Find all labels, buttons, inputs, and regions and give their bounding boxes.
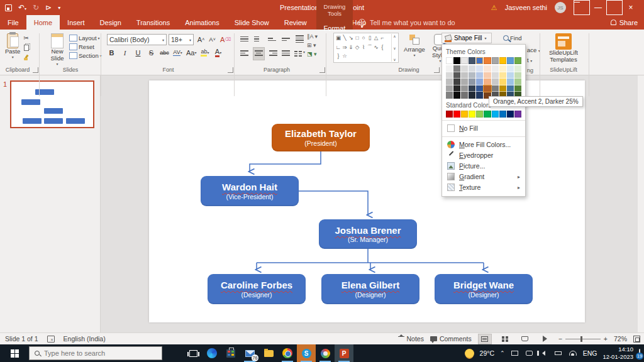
theme-variant-swatch[interactable] bbox=[507, 72, 514, 79]
slide-thumbnail-panel[interactable]: 1 bbox=[0, 75, 101, 332]
store-button[interactable] bbox=[221, 344, 240, 362]
close-icon[interactable]: × bbox=[623, 0, 639, 15]
theme-variant-swatch[interactable] bbox=[476, 79, 483, 85]
desktop-tray-icon[interactable] bbox=[511, 349, 519, 357]
theme-color-swatch[interactable] bbox=[476, 57, 483, 64]
theme-color-swatch[interactable] bbox=[507, 57, 514, 64]
shape-icon[interactable]: ◇ bbox=[354, 43, 360, 53]
theme-color-swatch[interactable] bbox=[446, 57, 453, 64]
theme-color-swatch[interactable] bbox=[492, 57, 499, 64]
taskbar-search[interactable] bbox=[29, 346, 162, 360]
shape-icon[interactable]: ╲ bbox=[341, 34, 348, 43]
theme-variant-swatch[interactable] bbox=[476, 65, 483, 72]
chrome-button[interactable] bbox=[278, 344, 297, 362]
standard-color-swatch[interactable] bbox=[484, 111, 491, 118]
shape-icon[interactable]: } bbox=[335, 52, 341, 62]
zoom-track[interactable] bbox=[565, 339, 601, 339]
theme-variant-swatch[interactable] bbox=[446, 79, 453, 85]
ribbon-display-options-icon[interactable] bbox=[574, 0, 590, 15]
theme-variant-swatch[interactable] bbox=[469, 65, 475, 72]
vertical-scrollbar[interactable] bbox=[638, 75, 644, 332]
theme-variant-swatch[interactable] bbox=[453, 79, 460, 85]
shape-icon[interactable]: ▣ bbox=[335, 34, 341, 43]
theme-variant-swatch[interactable] bbox=[514, 85, 521, 92]
theme-variant-swatch[interactable] bbox=[499, 79, 506, 85]
theme-variant-swatch[interactable] bbox=[453, 85, 460, 92]
minimize-icon[interactable]: — bbox=[590, 0, 606, 15]
zoom-slider[interactable]: − + bbox=[558, 335, 608, 343]
paragraph-dialog-launcher[interactable] bbox=[319, 67, 325, 73]
theme-variant-swatch[interactable] bbox=[469, 79, 475, 85]
shape-icon[interactable]: ○ bbox=[360, 34, 367, 43]
shape-icon[interactable]: ▯ bbox=[367, 34, 373, 43]
theme-variant-swatch[interactable] bbox=[469, 72, 475, 79]
shape-icon[interactable]: ⌒ bbox=[367, 43, 373, 53]
shape-icon[interactable]: ↘ bbox=[348, 34, 354, 43]
align-center-button[interactable] bbox=[253, 47, 265, 60]
paste-button[interactable]: Paste ▾ bbox=[5, 33, 20, 60]
org-node-designer-3[interactable]: Bridget Wane (Designer) bbox=[435, 274, 533, 304]
copy-icon[interactable] bbox=[21, 43, 31, 52]
shapes-gallery-scroll[interactable]: ∧ ∨ ∨ bbox=[391, 34, 397, 62]
start-button[interactable] bbox=[0, 344, 29, 362]
line-spacing-icon[interactable] bbox=[296, 34, 304, 45]
select-button-fragment[interactable]: t ▾ bbox=[527, 57, 532, 63]
wifi-icon[interactable] bbox=[569, 349, 577, 357]
theme-variant-swatch[interactable] bbox=[492, 79, 499, 85]
standard-color-swatch[interactable] bbox=[469, 111, 475, 118]
comments-button[interactable]: Comments bbox=[430, 335, 472, 343]
org-node-designer-2[interactable]: Elena Gilbert (Designer) bbox=[321, 274, 419, 304]
strikethrough-button[interactable]: S bbox=[147, 47, 156, 58]
zoom-out-icon[interactable]: − bbox=[558, 335, 562, 343]
edge-button[interactable] bbox=[203, 344, 221, 362]
standard-color-swatch[interactable] bbox=[514, 111, 521, 118]
theme-variant-swatch[interactable] bbox=[484, 85, 491, 92]
save-icon[interactable] bbox=[5, 4, 12, 11]
tab-format[interactable]: Format bbox=[316, 25, 353, 32]
shape-icon[interactable]: ⇓ bbox=[348, 43, 354, 53]
align-right-button[interactable] bbox=[269, 49, 277, 58]
theme-variant-swatch[interactable] bbox=[476, 72, 483, 79]
powerpoint-button[interactable]: P bbox=[335, 344, 353, 362]
theme-variant-swatch[interactable] bbox=[514, 72, 521, 79]
theme-variant-swatch[interactable] bbox=[484, 79, 491, 85]
tab-animations[interactable]: Animations bbox=[177, 15, 226, 30]
fit-slide-icon[interactable] bbox=[633, 336, 640, 343]
theme-variant-swatch[interactable] bbox=[461, 85, 468, 92]
new-slide-button[interactable]: New Slide ▾ bbox=[45, 33, 69, 67]
theme-variant-swatch[interactable] bbox=[499, 72, 506, 79]
reset-button[interactable]: Reset bbox=[69, 43, 102, 50]
cut-icon[interactable]: ✂ bbox=[21, 33, 31, 42]
layout-button[interactable]: Layout▾ bbox=[69, 35, 102, 41]
tab-transitions[interactable]: Transitions bbox=[129, 15, 177, 30]
standard-color-swatch[interactable] bbox=[507, 111, 514, 118]
theme-variant-swatch[interactable] bbox=[492, 65, 499, 72]
zoom-in-icon[interactable]: + bbox=[604, 335, 608, 343]
italic-button[interactable]: I bbox=[120, 47, 130, 58]
theme-variant-swatch[interactable] bbox=[453, 92, 460, 99]
font-color-button[interactable]: A▾ bbox=[213, 47, 223, 58]
reading-view-button[interactable] bbox=[518, 334, 532, 344]
standard-color-swatch[interactable] bbox=[499, 111, 506, 118]
tab-slide-show[interactable]: Slide Show bbox=[227, 15, 277, 30]
tab-home[interactable]: Home bbox=[26, 15, 60, 30]
theme-variant-swatch[interactable] bbox=[453, 65, 460, 72]
text-highlight-button[interactable]: ab▾ bbox=[200, 47, 209, 58]
columns-button[interactable]: ▾ bbox=[294, 50, 305, 58]
photos-button[interactable] bbox=[316, 344, 335, 362]
theme-variant-swatch[interactable] bbox=[461, 79, 468, 85]
keyboard-icon[interactable] bbox=[554, 349, 563, 357]
weather-temp[interactable]: 29°C bbox=[480, 349, 494, 357]
theme-variant-swatch[interactable] bbox=[446, 72, 453, 79]
theme-variant-swatch[interactable] bbox=[446, 85, 453, 92]
theme-variant-swatch[interactable] bbox=[484, 65, 491, 72]
theme-color-swatch[interactable] bbox=[484, 57, 491, 64]
notes-button[interactable]: Notes bbox=[398, 335, 424, 343]
theme-variant-swatch[interactable] bbox=[461, 65, 468, 72]
normal-view-button[interactable] bbox=[478, 334, 492, 344]
menu-item-picture[interactable]: Picture... bbox=[446, 161, 521, 172]
org-node-president[interactable]: Elizabeth Taylor (President) bbox=[272, 124, 370, 151]
text-direction-icon[interactable]: ∥A ▾ bbox=[307, 33, 318, 40]
theme-variant-swatch[interactable] bbox=[476, 85, 483, 92]
standard-color-swatch[interactable] bbox=[476, 111, 483, 118]
